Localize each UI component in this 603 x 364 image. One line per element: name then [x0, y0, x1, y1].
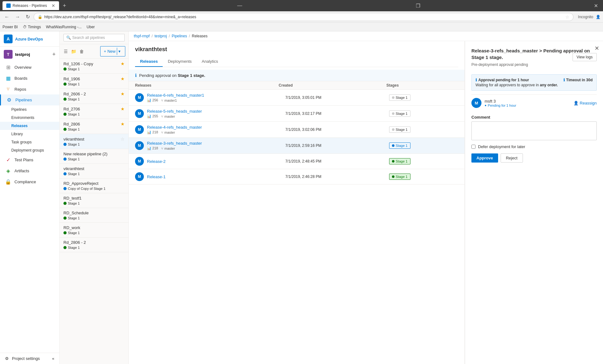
stage-tag-2[interactable]: Stage 1	[389, 158, 410, 164]
list-view-button[interactable]: ☰	[63, 48, 69, 55]
close-button[interactable]: ✕	[591, 2, 600, 10]
stage-label-rd2806: Stage 1	[68, 127, 80, 131]
sidebar-item-test-plans[interactable]: ✓ Test Plans	[0, 154, 59, 165]
pipeline-item-rd-approve[interactable]: RD_ApproveReject Copy of Copy of Stage 1	[60, 179, 128, 193]
info-icon: ℹ	[135, 73, 137, 78]
release-name-2[interactable]: Release-2	[147, 159, 285, 164]
release-name-5[interactable]: Release-5-refs_heads_master	[147, 109, 285, 114]
star-vikranthtest[interactable]: ☆	[121, 136, 125, 142]
star-rd2606[interactable]: ★	[121, 91, 125, 96]
sidebar-sub-releases[interactable]: Releases	[0, 122, 59, 130]
restore-button[interactable]: ❐	[413, 2, 423, 10]
sidebar-item-compliance[interactable]: 🔒 Compliance	[0, 176, 59, 187]
new-btn-dropdown-icon[interactable]: ▾	[117, 48, 122, 55]
star-rd2706[interactable]: ★	[121, 106, 125, 111]
sidebar-sub-library[interactable]: Library	[0, 130, 59, 138]
bookmark-whatwasrunning[interactable]: WhatWasRunning -...	[46, 25, 82, 29]
reassign-button[interactable]: 👤 Reassign	[573, 101, 597, 105]
pipeline-item-rd-schedule[interactable]: RD_Schedule Stage 1	[60, 208, 128, 223]
pipeline-item-rd2806-2[interactable]: Rd_2806 - 2 Stage 1	[60, 238, 128, 252]
sidebar-sub-task-groups[interactable]: Task groups	[0, 138, 59, 146]
sidebar-sub-pipelines[interactable]: Pipelines	[0, 105, 59, 114]
bookmark-uber[interactable]: Uber	[87, 25, 95, 29]
pipeline-item-rd2806[interactable]: Rd_2806 ★ Stage 1	[60, 119, 128, 134]
comment-input[interactable]	[471, 121, 597, 140]
sidebar-item-pipelines[interactable]: ⚙ Pipelines	[0, 94, 59, 105]
artifacts-icon: ◈	[5, 168, 11, 174]
tab-releases[interactable]: Releases	[135, 56, 163, 67]
star-rd2806[interactable]: ★	[121, 121, 125, 126]
pipeline-item-rd2706[interactable]: Rd_2706 ★ Stage 1	[60, 104, 128, 119]
pipeline-item-vikranthtest[interactable]: vikranthtest ☆ Stage 1	[60, 134, 128, 149]
sidebar-sub-environments[interactable]: Environments	[0, 114, 59, 122]
stage-tag-3[interactable]: Stage 1	[389, 142, 410, 149]
address-bar[interactable]: 🔒 https://dev.azure.com/tfspf-rmpf/testp…	[34, 13, 573, 21]
stage-tag-6[interactable]: Stage 1	[389, 94, 410, 101]
stage-tag-4[interactable]: Stage 1	[389, 126, 410, 133]
org-header[interactable]: A Azure DevOps	[0, 31, 59, 47]
new-tab-button[interactable]: +	[63, 3, 66, 9]
breadcrumb-org[interactable]: tfspf-rmpf	[134, 34, 150, 38]
star-rd1906[interactable]: ★	[121, 76, 125, 81]
release-name-6[interactable]: Release-6-refs_heads_master1	[147, 93, 285, 98]
bookmark-powerbi[interactable]: Power BI	[3, 25, 18, 29]
release-name-4[interactable]: Release-4-refs_heads_master	[147, 125, 285, 130]
folder-view-button[interactable]: 📁	[70, 48, 77, 55]
search-pipelines-box[interactable]: 🔍 Search all pipelines	[63, 34, 125, 41]
tab-deployments[interactable]: Deployments	[163, 56, 197, 67]
breadcrumb-pipelines[interactable]: Pipelines	[172, 34, 187, 38]
tab-analytics[interactable]: Analytics	[197, 56, 223, 67]
view-logs-button[interactable]: View logs	[573, 53, 597, 61]
pipeline-item-rd-testf1[interactable]: RD_testf1 Stage 1	[60, 193, 128, 208]
pipeline-item-new-release[interactable]: New release pipeline (2) Stage 1	[60, 149, 128, 164]
pipeline-item-rd2606[interactable]: Rd_2606 - 2 ★ Stage 1	[60, 89, 128, 104]
stage-tag-5[interactable]: Stage 1	[389, 110, 410, 117]
pipeline-item-rd1906[interactable]: Rd_1906 ★ Stage 1	[60, 74, 128, 89]
refresh-button[interactable]: ↻	[24, 13, 32, 21]
sidebar-sub-deployment-groups[interactable]: Deployment groups	[0, 146, 59, 154]
stage-dot-vikranthtest2	[63, 172, 67, 175]
pipeline-item-rd-work[interactable]: RD_work Stage 1	[60, 223, 128, 238]
release-info-5: Release-5-refs_heads_master 📊 255 ⑂ mast…	[147, 109, 285, 118]
sidebar-item-repos[interactable]: ⑂ Repos	[0, 84, 59, 94]
approval-panel-close-button[interactable]: ✕	[595, 45, 599, 52]
minimize-button[interactable]: —	[235, 2, 245, 10]
project-settings-item[interactable]: ⚙ Project settings «	[0, 353, 59, 364]
release-row-2[interactable]: M Release-2 7/1/2019, 2:48:45 PM Stage 1	[129, 154, 464, 169]
defer-checkbox-input[interactable]	[471, 145, 475, 149]
release-row-1[interactable]: M Release-1 7/1/2019, 2:46:28 PM Stage 1	[129, 169, 464, 185]
browser-tab[interactable]: Releases - Pipelines ✕	[3, 1, 59, 10]
pipeline-item-vikranthtest2[interactable]: vikranthtest Stage 1	[60, 164, 128, 179]
bookmark-star-icon[interactable]: ☆	[565, 14, 569, 19]
star-rd1206[interactable]: ★	[121, 61, 125, 66]
sidebar-item-boards[interactable]: ▦ Boards	[0, 73, 59, 84]
bookmark-timings[interactable]: ⏱ Timings	[23, 25, 41, 29]
tab-close-button[interactable]: ✕	[52, 3, 55, 8]
release-name-3[interactable]: Release-3-refs_heads_master	[147, 141, 285, 146]
approval-pending-title: ℹ Approval pending for 1 hour	[475, 78, 560, 82]
release-row-3[interactable]: M Release-3-refs_heads_master 📊 218 ⑂ ma…	[129, 138, 464, 154]
forward-button[interactable]: →	[13, 13, 22, 21]
stage-tag-1[interactable]: Stage 1	[389, 174, 410, 180]
sidebar-item-overview[interactable]: ⊞ Overview	[0, 62, 59, 73]
release-name-1[interactable]: Release-1	[147, 174, 285, 179]
release-meta-3: 📊 218 ⑂ master	[147, 146, 285, 150]
breadcrumb-project[interactable]: testproj	[155, 34, 167, 38]
approve-button[interactable]: Approve	[471, 153, 498, 163]
defer-checkbox-container[interactable]: Defer deployment for later	[471, 144, 597, 149]
back-button[interactable]: ←	[3, 13, 11, 21]
sidebar-item-artifacts[interactable]: ◈ Artifacts	[0, 165, 59, 176]
profile-icon[interactable]: 👤	[596, 15, 600, 19]
release-row-6[interactable]: M Release-6-refs_heads_master1 📊 256 ⑂ m…	[129, 90, 464, 106]
breadcrumb-releases: Releases	[192, 34, 208, 38]
reject-button[interactable]: Reject	[501, 153, 523, 163]
project-name: testproj	[15, 52, 50, 57]
pipeline-item-rd1206[interactable]: Rd_1206 - Copy ★ Stage 1	[60, 59, 128, 74]
release-row-5[interactable]: M Release-5-refs_heads_master 📊 255 ⑂ ma…	[129, 106, 464, 122]
add-project-button[interactable]: +	[52, 51, 56, 58]
release-row-4[interactable]: M Release-4-refs_heads_master 📊 218 ⑂ ma…	[129, 122, 464, 138]
new-pipeline-button[interactable]: + New ▾	[100, 46, 125, 56]
tab-bar: Releases Deployments Analytics	[135, 56, 458, 67]
collapse-nav-button[interactable]: «	[52, 356, 54, 361]
delete-button[interactable]: 🗑	[79, 48, 85, 55]
